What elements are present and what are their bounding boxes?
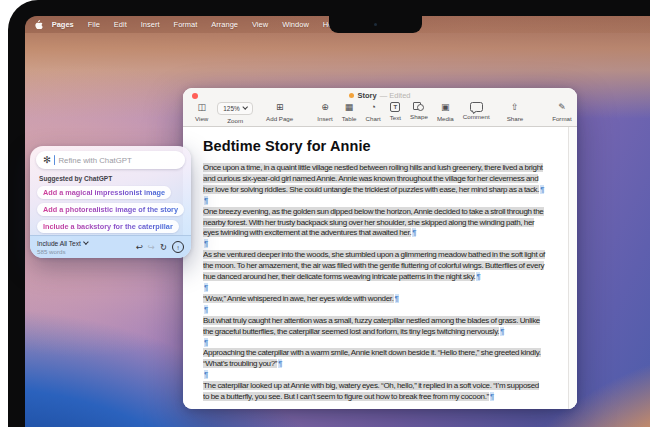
table-icon: ▦ <box>344 102 355 113</box>
chatgpt-writing-tools-panel: ✻ Refine with ChatGPT Suggested by ChatG… <box>30 146 191 258</box>
chevron-down-icon <box>83 239 88 244</box>
toolbar-label: Shape <box>410 113 428 120</box>
toolbar-format-button[interactable]: ✎Format <box>552 102 572 122</box>
edited-state: — Edited <box>380 91 411 100</box>
menu-item-file[interactable]: File <box>88 20 100 29</box>
comment-icon <box>470 102 483 112</box>
scope-selector[interactable]: Include All Text 585 words <box>37 240 88 255</box>
pilcrow-mark: ¶ <box>204 370 208 379</box>
empty-line: ¶ <box>203 338 546 349</box>
pilcrow-mark: ¶ <box>204 196 208 205</box>
shape-icon <box>413 102 424 111</box>
toolbar-label: View <box>195 115 208 122</box>
toolbar-comment-button[interactable]: Comment <box>463 102 490 120</box>
toolbar-label: Text <box>390 114 401 121</box>
pilcrow-mark: ¶ <box>412 228 416 237</box>
paragraph: But what truly caught her attention was … <box>203 316 546 338</box>
retry-icon[interactable]: ↻ <box>160 243 167 252</box>
paragraph: Once upon a time, in a quaint little vil… <box>203 163 546 196</box>
paragraph: “Wow,” Annie whispered in awe, her eyes … <box>203 294 546 305</box>
scrollbar[interactable] <box>568 127 577 409</box>
paragraph: One breezy evening, as the golden sun di… <box>203 207 546 240</box>
empty-line: ¶ <box>203 283 546 294</box>
pilcrow-mark: ¶ <box>204 239 208 248</box>
text-icon: T <box>390 102 400 112</box>
apple-menu-icon[interactable] <box>31 20 47 29</box>
add-page-icon: ⊞ <box>274 102 285 113</box>
suggestion-pill[interactable]: Add a magical impressionist image <box>37 186 171 200</box>
document-title: Bedtime Story for Annie <box>203 138 546 154</box>
pages-window: Story — Edited ◫View125%Zoom⊞Add Page⊕In… <box>183 88 577 409</box>
zoom-dropdown[interactable]: 125% <box>217 102 253 115</box>
toolbar-zoom-button[interactable]: 125%Zoom <box>217 102 253 124</box>
include-all-text-label: Include All Text <box>37 240 81 247</box>
document-paragraphs: Once upon a time, in a quaint little vil… <box>203 163 546 403</box>
document-name: Story <box>357 91 376 100</box>
pilcrow-mark: ¶ <box>540 185 544 194</box>
pilcrow-mark: ¶ <box>395 294 399 303</box>
media-icon: ▣ <box>440 102 451 113</box>
format-icon: ✎ <box>556 102 567 113</box>
share-icon: ⇧ <box>509 102 520 113</box>
suggestion-list: Add a magical impressionist imageAdd a p… <box>30 186 191 234</box>
redo-icon[interactable]: ↪ <box>148 243 155 252</box>
suggestion-pill[interactable]: Include a backstory for the caterpillar <box>37 220 179 234</box>
camera-dot <box>374 23 377 26</box>
chatgpt-logo-icon: ✻ <box>43 155 51 165</box>
window-chrome: Story — Edited ◫View125%Zoom⊞Add Page⊕In… <box>183 88 577 127</box>
empty-line: ¶ <box>203 370 546 381</box>
chart-icon: ◔ <box>368 102 379 113</box>
window-title: Story — Edited <box>183 91 577 100</box>
document-body: Bedtime Story for Annie Once upon a time… <box>203 138 546 409</box>
toolbar-table-button[interactable]: ▦Table <box>342 102 357 122</box>
chatgpt-input[interactable]: ✻ Refine with ChatGPT <box>36 151 185 169</box>
toolbar-label: Share <box>507 115 524 122</box>
toolbar-shape-button[interactable]: Shape <box>410 102 428 120</box>
toolbar: ◫View125%Zoom⊞Add Page⊕Insert▦Table◔Char… <box>183 101 577 126</box>
menu-item-view[interactable]: View <box>252 20 268 29</box>
toolbar-label: Add Page <box>266 115 293 122</box>
paragraph: As she ventured deeper into the woods, s… <box>203 250 546 283</box>
pilcrow-mark: ¶ <box>204 338 208 347</box>
menu-item-edit[interactable]: Edit <box>114 20 127 29</box>
menu-items: PagesFileEditInsertFormatArrangeViewWind… <box>52 20 339 29</box>
window-titlebar[interactable]: Story — Edited <box>183 88 577 101</box>
footer-actions: ↩ ↪ ↻ ↑ <box>136 241 184 253</box>
toolbar-chart-button[interactable]: ◔Chart <box>366 102 381 122</box>
suggested-by-label: Suggested by ChatGPT <box>39 175 191 182</box>
pilcrow-mark: ¶ <box>490 392 494 401</box>
paragraph: The caterpillar looked up at Annie with … <box>203 381 546 403</box>
menu-item-insert[interactable]: Insert <box>141 20 160 29</box>
text-caret <box>54 155 56 165</box>
toolbar-label: Zoom <box>227 117 243 124</box>
pilcrow-mark: ¶ <box>204 305 208 314</box>
toolbar-label: Chart <box>366 115 381 122</box>
toolbar-add-page-button[interactable]: ⊞Add Page <box>266 102 293 122</box>
send-button[interactable]: ↑ <box>172 241 184 253</box>
toolbar-insert-button[interactable]: ⊕Insert <box>317 102 332 122</box>
toolbar-share-button[interactable]: ⇧Share <box>507 102 524 122</box>
word-count: 585 words <box>37 248 88 255</box>
toolbar-text-button[interactable]: TText <box>390 102 401 121</box>
menu-item-pages[interactable]: Pages <box>52 20 74 29</box>
toolbar-media-button[interactable]: ▣Media <box>437 102 454 122</box>
toolbar-view-button[interactable]: ◫View <box>195 102 208 122</box>
menu-item-arrange[interactable]: Arrange <box>211 20 238 29</box>
toolbar-label: Table <box>342 115 357 122</box>
toolbar-label: Media <box>437 115 454 122</box>
suggestion-pill[interactable]: Add a photorealistic image of the story <box>37 203 184 217</box>
document-canvas[interactable]: Bedtime Story for Annie Once upon a time… <box>183 127 577 409</box>
toolbar-label: Insert <box>317 115 332 122</box>
macbook-mockup: PagesFileEditInsertFormatArrangeViewWind… <box>0 0 650 427</box>
pilcrow-mark: ¶ <box>476 272 480 281</box>
empty-line: ¶ <box>203 196 546 207</box>
undo-icon[interactable]: ↩ <box>136 243 143 252</box>
menu-item-format[interactable]: Format <box>174 20 198 29</box>
empty-line: ¶ <box>203 239 546 250</box>
sidebar-icon: ◫ <box>196 102 207 113</box>
modified-dot-icon <box>349 93 354 98</box>
menu-item-window[interactable]: Window <box>282 20 309 29</box>
pilcrow-mark: ¶ <box>500 327 504 336</box>
toolbar-label: Format <box>552 115 572 122</box>
panel-footer: Include All Text 585 words ↩ ↪ ↻ ↑ <box>30 235 191 258</box>
